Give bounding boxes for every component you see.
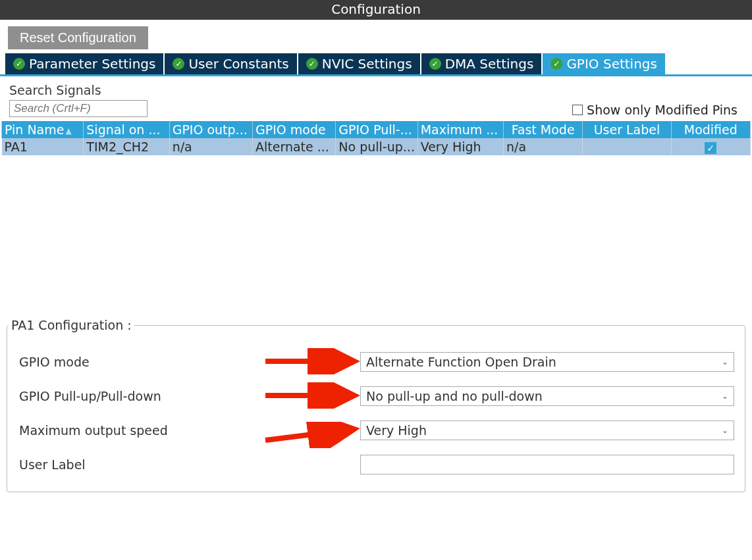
- show-modified-checkbox[interactable]: Show only Modified Pins: [572, 103, 743, 117]
- select-value: No pull-up and no pull-down: [366, 389, 543, 403]
- cell-user-label: [583, 138, 671, 155]
- check-icon: ✓: [551, 58, 562, 70]
- check-icon: ✓: [429, 58, 441, 70]
- reset-configuration-button[interactable]: Reset Configuration: [8, 26, 148, 49]
- select-gpio-mode[interactable]: Alternate Function Open Drain ⌄: [360, 352, 734, 372]
- check-icon: ✓: [306, 58, 318, 70]
- select-gpio-pull[interactable]: No pull-up and no pull-down ⌄: [360, 386, 734, 406]
- select-value: Alternate Function Open Drain: [366, 355, 556, 369]
- chevron-down-icon: ⌄: [722, 357, 728, 367]
- cell-gpio-out: n/a: [169, 138, 252, 155]
- check-icon: ✓: [13, 58, 25, 70]
- tab-parameter-settings[interactable]: ✓ Parameter Settings: [5, 53, 163, 74]
- select-value: Very High: [366, 423, 427, 438]
- search-area: Search Signals Show only Modified Pins: [0, 76, 752, 121]
- tab-bar: ✓ Parameter Settings ✓ User Constants ✓ …: [0, 53, 752, 76]
- checkbox-icon: [572, 105, 583, 115]
- col-signal[interactable]: Signal on ...: [84, 121, 169, 138]
- cell-gpio-mode: Alternate ...: [252, 138, 335, 155]
- sort-icon: ▲: [65, 126, 71, 136]
- col-pin-name[interactable]: Pin Name▲: [2, 121, 84, 138]
- tab-user-constants[interactable]: ✓ User Constants: [165, 53, 296, 74]
- col-user-label[interactable]: User Label: [583, 121, 671, 138]
- chevron-down-icon: ⌄: [722, 392, 728, 401]
- row-gpio-mode: GPIO mode Alternate Function Open Drain …: [18, 352, 734, 372]
- panel-title: PA1 Configuration :: [9, 318, 134, 332]
- row-max-speed: Maximum output speed Very High ⌄: [18, 420, 734, 440]
- row-user-label: User Label: [18, 455, 734, 474]
- cell-signal: TIM2_CH2: [84, 138, 169, 155]
- tab-label: User Constants: [188, 56, 288, 72]
- col-max[interactable]: Maximum ...: [417, 121, 503, 138]
- input-user-label[interactable]: [360, 455, 734, 474]
- check-icon: ✓: [705, 142, 716, 154]
- label-gpio-mode: GPIO mode: [18, 355, 360, 369]
- tab-dma-settings[interactable]: ✓ DMA Settings: [421, 53, 542, 74]
- tab-label: NVIC Settings: [322, 56, 412, 72]
- gpio-table: Pin Name▲ Signal on ... GPIO outp... GPI…: [0, 121, 752, 155]
- cell-pin-name: PA1: [2, 138, 84, 155]
- search-signals-label: Search Signals: [9, 83, 148, 97]
- col-modified[interactable]: Modified: [671, 121, 750, 138]
- col-gpio-pull[interactable]: GPIO Pull-...: [336, 121, 417, 138]
- cell-gpio-pull: No pull-up...: [336, 138, 417, 155]
- cell-max: Very High: [417, 138, 503, 155]
- check-icon: ✓: [173, 58, 184, 70]
- toolbar: Reset Configuration: [0, 20, 752, 53]
- checkbox-label: Show only Modified Pins: [587, 103, 738, 117]
- label-max-speed: Maximum output speed: [18, 423, 360, 438]
- table-empty-area: [0, 155, 752, 320]
- tab-label: Parameter Settings: [29, 56, 155, 72]
- table-row[interactable]: PA1 TIM2_CH2 n/a Alternate ... No pull-u…: [2, 138, 751, 155]
- pin-configuration-panel: PA1 Configuration : GPIO mode Alternate …: [7, 325, 745, 492]
- col-gpio-out[interactable]: GPIO outp...: [169, 121, 252, 138]
- col-gpio-mode[interactable]: GPIO mode: [252, 121, 335, 138]
- tab-gpio-settings[interactable]: ✓ GPIO Settings: [543, 53, 665, 74]
- tab-label: DMA Settings: [445, 56, 534, 72]
- label-gpio-pull: GPIO Pull-up/Pull-down: [18, 389, 360, 403]
- col-fast[interactable]: Fast Mode: [503, 121, 582, 138]
- search-input[interactable]: [9, 100, 148, 117]
- window-title: Configuration: [0, 0, 752, 20]
- chevron-down-icon: ⌄: [722, 426, 728, 435]
- table-header-row: Pin Name▲ Signal on ... GPIO outp... GPI…: [2, 121, 751, 138]
- select-max-speed[interactable]: Very High ⌄: [360, 420, 734, 440]
- tab-label: GPIO Settings: [566, 56, 657, 72]
- row-gpio-pull: GPIO Pull-up/Pull-down No pull-up and no…: [18, 386, 734, 406]
- cell-fast: n/a: [503, 138, 582, 155]
- cell-modified: ✓: [671, 138, 750, 155]
- label-user-label: User Label: [18, 457, 360, 472]
- tab-nvic-settings[interactable]: ✓ NVIC Settings: [298, 53, 420, 74]
